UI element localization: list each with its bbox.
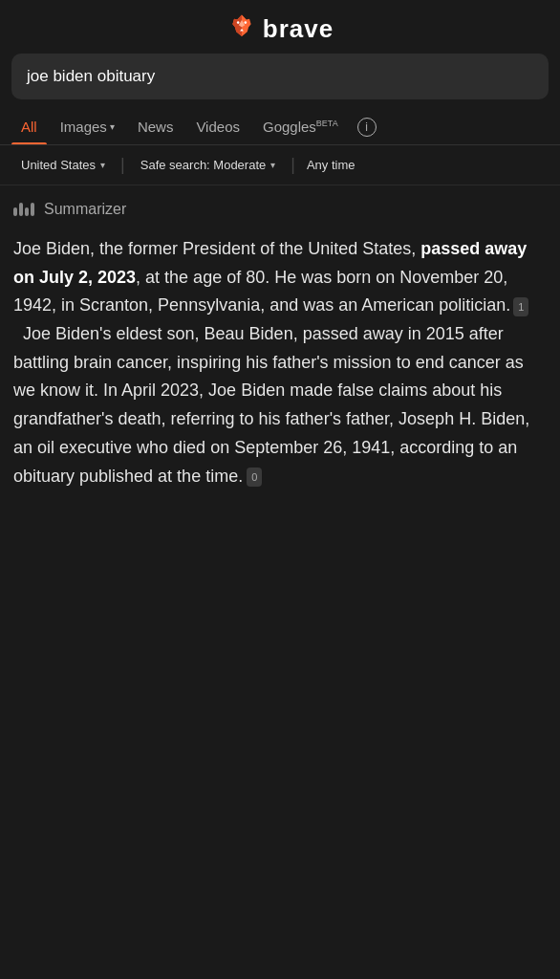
summarizer-icon xyxy=(13,203,34,216)
tab-images[interactable]: Images ▾ xyxy=(51,109,124,144)
info-icon[interactable]: i xyxy=(357,118,377,137)
brave-logo-text: brave xyxy=(263,14,334,44)
summarizer-header: Summarizer xyxy=(13,201,547,218)
summarizer-label: Summarizer xyxy=(44,201,126,218)
bar-tall2-icon xyxy=(31,203,34,216)
bar-short2-icon xyxy=(25,207,29,216)
tab-all[interactable]: All xyxy=(11,109,47,144)
safe-search-label: Safe search: Moderate xyxy=(140,158,267,172)
brave-lion-icon xyxy=(226,13,257,44)
nav-tabs: All Images ▾ News Videos GogglesBETA i xyxy=(0,109,560,145)
bar-tall-icon xyxy=(19,203,23,216)
search-bar-container: joe biden obituary xyxy=(0,44,560,109)
region-filter[interactable]: United States ▾ xyxy=(11,153,115,177)
citation-0[interactable]: 0 xyxy=(247,468,262,487)
svg-point-4 xyxy=(244,21,247,24)
images-dropdown-arrow: ▾ xyxy=(110,121,115,132)
time-filter[interactable]: Any time xyxy=(301,153,361,177)
region-label: United States xyxy=(21,158,96,172)
svg-point-3 xyxy=(237,21,240,24)
citation-1[interactable]: 1 xyxy=(513,297,528,316)
filter-divider-2: | xyxy=(291,155,295,175)
tab-news[interactable]: News xyxy=(128,109,183,144)
safe-search-chevron-icon: ▾ xyxy=(270,160,275,170)
region-chevron-icon: ▾ xyxy=(100,160,105,170)
header-bar: brave xyxy=(0,0,560,44)
filter-bar: United States ▾ | Safe search: Moderate … xyxy=(0,145,560,185)
summary-text: Joe Biden, the former President of the U… xyxy=(13,235,547,490)
search-bar[interactable]: joe biden obituary xyxy=(11,54,549,99)
tab-goggles[interactable]: GogglesBETA xyxy=(253,109,348,144)
summary-middle-part: Joe Biden's eldest son, Beau Biden, pass… xyxy=(13,324,529,485)
brave-logo: brave xyxy=(226,13,334,44)
summarizer-lines-icon xyxy=(13,203,34,216)
summary-intro: Joe Biden, the former President of the U… xyxy=(13,239,420,258)
beta-badge: BETA xyxy=(316,119,338,128)
filter-divider-1: | xyxy=(120,155,125,175)
tab-videos[interactable]: Videos xyxy=(186,109,249,144)
main-content: Summarizer Joe Biden, the former Preside… xyxy=(0,185,560,506)
search-query-text: joe biden obituary xyxy=(27,67,533,86)
safe-search-filter[interactable]: Safe search: Moderate ▾ xyxy=(131,153,286,177)
bar-short-icon xyxy=(13,207,17,216)
